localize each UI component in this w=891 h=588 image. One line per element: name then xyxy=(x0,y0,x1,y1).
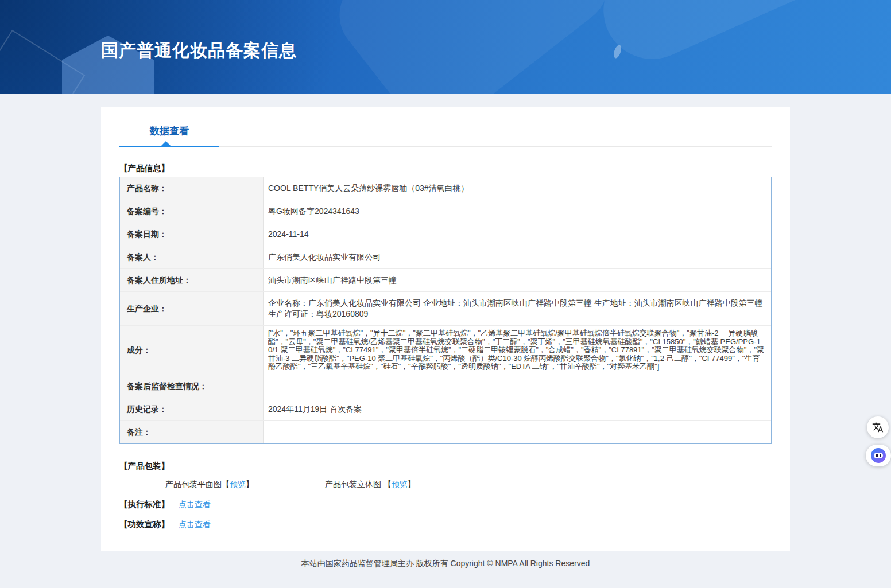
translate-button[interactable] xyxy=(867,416,889,438)
standard-row: 【执行标准】 点击查看 xyxy=(119,499,772,510)
row-value: ["水"，"环五聚二甲基硅氧烷"，"异十二烷"，"聚二甲基硅氧烷"，"乙烯基聚二… xyxy=(264,326,771,375)
row-label: 产品名称： xyxy=(120,177,264,200)
table-row-supervision: 备案后监督检查情况： xyxy=(120,375,771,398)
standard-view-link[interactable]: 点击查看 xyxy=(179,500,211,509)
row-label: 生产企业： xyxy=(120,292,264,325)
banner-decoration-chevron xyxy=(323,0,624,94)
row-value xyxy=(264,421,771,443)
ai-assistant-button[interactable] xyxy=(866,445,891,466)
row-value: 广东俏美人化妆品实业有限公司 xyxy=(264,246,771,268)
floating-buttons xyxy=(866,416,889,466)
packaging-flat-item: 产品包装平面图【预览】 xyxy=(165,480,256,489)
bracket: 】 xyxy=(408,480,416,489)
bracket: 【 xyxy=(383,480,392,489)
packaging-flat-preview-link[interactable]: 预览 xyxy=(230,480,246,489)
packaging-stereo-preview-link[interactable]: 预览 xyxy=(392,480,408,489)
row-value: 汕头市潮南区峡山广祥路中段第三幢 xyxy=(264,269,771,291)
ai-assistant-eye xyxy=(876,454,878,457)
bracket: 【 xyxy=(222,480,230,489)
row-value: 粤G妆网备字2024341643 xyxy=(264,200,771,223)
footer-copyright: 本站由国家药品监督管理局主办 版权所有 Copyright © NMPA All… xyxy=(0,559,891,588)
table-row-manufacturer: 生产企业： 企业名称：广东俏美人化妆品实业有限公司 企业地址：汕头市潮南区峡山广… xyxy=(120,292,771,326)
product-info-table: 产品名称： COOL BETTY俏美人云朵薄纱裸雾唇釉（03#清氧白桃） 备案编… xyxy=(119,177,772,444)
row-value: 企业名称：广东俏美人化妆品实业有限公司 企业地址：汕头市潮南区峡山广祥路中段第三… xyxy=(264,292,771,325)
row-label: 备案日期： xyxy=(120,223,264,246)
row-value: COOL BETTY俏美人云朵薄纱裸雾唇釉（03#清氧白桃） xyxy=(264,177,771,200)
table-row-product-name: 产品名称： COOL BETTY俏美人云朵薄纱裸雾唇釉（03#清氧白桃） xyxy=(120,177,771,200)
banner-decoration-dot xyxy=(613,44,623,59)
row-label: 备案人住所地址： xyxy=(120,269,264,291)
tab-bar: 数据查看 xyxy=(119,123,772,147)
table-row-registration-number: 备案编号： 粤G妆网备字2024341643 xyxy=(120,200,771,223)
table-row-history: 历史记录： 2024年11月19日 首次备案 xyxy=(120,398,771,421)
content-card: 数据查看 【产品信息】 产品名称： COOL BETTY俏美人云朵薄纱裸雾唇釉（… xyxy=(101,107,790,551)
row-label: 成分： xyxy=(120,326,264,375)
packaging-stereo-item: 产品包装立体图 【预览】 xyxy=(325,480,416,489)
banner-decoration-swoosh xyxy=(588,0,853,75)
table-row-registrant-address: 备案人住所地址： 汕头市潮南区峡山广祥路中段第三幢 xyxy=(120,269,771,292)
table-row-registration-date: 备案日期： 2024-11-14 xyxy=(120,223,771,246)
ai-assistant-face xyxy=(874,453,883,458)
row-label: 备案人： xyxy=(120,246,264,268)
row-label: 备案后监督检查情况： xyxy=(120,375,264,398)
packaging-flat-label: 产品包装平面图 xyxy=(165,480,222,489)
section-title-standard: 【执行标准】 xyxy=(119,500,169,509)
table-row-remarks: 备注： xyxy=(120,421,771,443)
efficacy-view-link[interactable]: 点击查看 xyxy=(179,520,211,529)
tab-data-view[interactable]: 数据查看 xyxy=(119,123,219,147)
section-title-packaging: 【产品包装】 xyxy=(119,460,772,472)
row-value: 2024年11月19日 首次备案 xyxy=(264,398,771,420)
table-row-ingredients: 成分： ["水"，"环五聚二甲基硅氧烷"，"异十二烷"，"聚二甲基硅氧烷"，"乙… xyxy=(120,326,771,375)
tab-active-caret xyxy=(161,141,171,146)
ai-assistant-eye xyxy=(880,454,881,457)
tab-label: 数据查看 xyxy=(150,124,189,138)
packaging-stereo-label: 产品包装立体图 xyxy=(325,480,383,489)
tab-active-underline xyxy=(119,146,219,147)
row-label: 备案编号： xyxy=(120,200,264,223)
row-value: 2024-11-14 xyxy=(264,223,771,246)
section-title-product-info: 【产品信息】 xyxy=(119,162,772,174)
ai-assistant-icon xyxy=(871,448,886,463)
row-label: 历史记录： xyxy=(120,398,264,420)
page: 国产普通化妆品备案信息 数据查看 【产品信息】 产品名称： COOL BETTY… xyxy=(0,0,891,588)
packaging-row: 产品包装平面图【预览】 产品包装立体图 【预览】 xyxy=(119,478,772,490)
section-title-efficacy: 【功效宣称】 xyxy=(119,520,169,529)
bracket: 】 xyxy=(246,480,254,489)
translate-icon xyxy=(872,422,884,433)
header-banner: 国产普通化妆品备案信息 xyxy=(0,0,891,94)
page-title: 国产普通化妆品备案信息 xyxy=(101,39,297,63)
efficacy-row: 【功效宣称】 点击查看 xyxy=(119,519,772,530)
row-label: 备注： xyxy=(120,421,264,443)
table-row-registrant: 备案人： 广东俏美人化妆品实业有限公司 xyxy=(120,246,771,269)
row-value xyxy=(264,375,771,398)
